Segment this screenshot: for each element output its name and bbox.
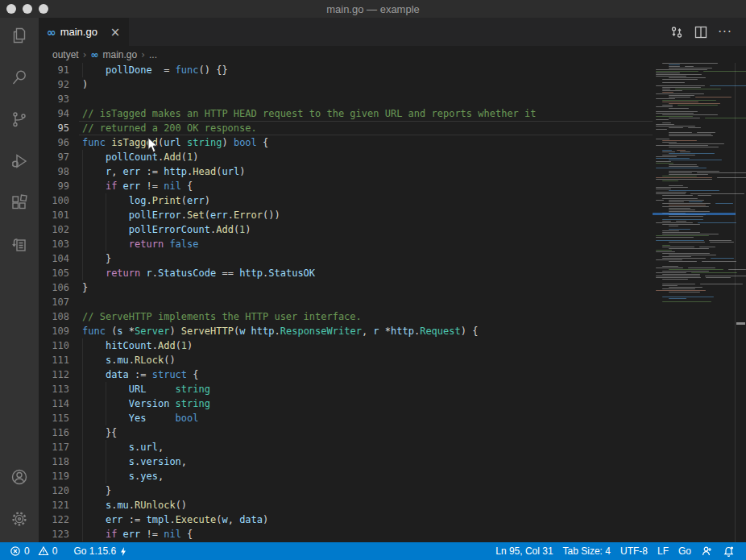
code-line[interactable]: 100 log.Print(err) (39, 193, 746, 208)
close-tab-icon[interactable]: × (109, 25, 122, 39)
tab-label: main.go (60, 26, 97, 38)
code-line[interactable]: 115 Yes bool (39, 411, 746, 425)
minimap-line (669, 66, 680, 67)
code-line[interactable]: 121 s.mu.RUnlock() (39, 498, 746, 512)
code-line[interactable]: 111 s.mu.RLock() (39, 353, 746, 367)
minimap-line (656, 158, 690, 159)
minimap-line (709, 240, 731, 241)
code-line[interactable]: 108// ServeHTTP implements the HTTP user… (39, 309, 746, 324)
breadcrumb-item-file[interactable]: main.go (103, 49, 138, 60)
code-line[interactable]: 95// returned a 200 OK response. (39, 121, 746, 135)
minimap-line (656, 192, 686, 193)
code-line[interactable]: 109func (s *Server) ServeHTTP(w http.Res… (39, 324, 746, 338)
extensions-button[interactable] (0, 185, 39, 221)
code-line[interactable]: 119 s.yes, (39, 469, 746, 483)
minimap-line (656, 116, 693, 117)
language-mode-status[interactable]: Go (673, 542, 696, 560)
minimap-line (662, 274, 700, 275)
indent-guide (106, 382, 106, 396)
accounts-button[interactable] (0, 459, 39, 495)
code-line[interactable]: 116 }{ (39, 425, 746, 440)
code-line[interactable]: 103 return false (39, 237, 746, 251)
indent-guide (82, 425, 83, 440)
code-line[interactable]: 106} (39, 280, 746, 295)
minimap-line (669, 64, 680, 65)
eol-label: LF (657, 545, 669, 557)
minimap[interactable] (653, 63, 736, 542)
minimap-line (715, 203, 733, 204)
code-line[interactable]: 94// isTagged makes an HTTP HEAD request… (39, 106, 746, 121)
code-text: func isTagged(url string) bool { (82, 135, 268, 150)
source-control-button[interactable] (0, 102, 39, 137)
error-count: 0 (24, 545, 30, 557)
minimap-line (669, 261, 697, 262)
minimap-line (669, 108, 689, 109)
encoding-status[interactable]: UTF-8 (615, 542, 653, 560)
close-window-button[interactable] (6, 4, 16, 14)
tab-main-go[interactable]: ∞ main.go × (39, 18, 129, 46)
code-line[interactable]: 122 err := tmpl.Execute(w, data) (39, 512, 746, 527)
code-line[interactable]: 118 s.version, (39, 454, 746, 469)
code-line[interactable]: 101 pollError.Set(err.Error()) (39, 208, 746, 222)
code-line[interactable]: 92) (39, 77, 746, 92)
settings-button[interactable] (0, 501, 39, 537)
code-line[interactable]: 91 pollDone = func() {} (39, 63, 746, 77)
go-file-icon: ∞ (91, 49, 99, 60)
code-line[interactable]: 105 return r.StatusCode == http.StatusOK (39, 266, 746, 280)
feedback-button[interactable] (696, 542, 718, 560)
code-text: s.url, (82, 440, 164, 454)
indentation-status[interactable]: Tab Size: 4 (558, 542, 615, 560)
overview-ruler[interactable] (735, 63, 746, 542)
code-line[interactable]: 107 (39, 295, 746, 309)
cursor-position-status[interactable]: Ln 95, Col 31 (491, 542, 557, 560)
code-line[interactable]: 114 Version string (39, 396, 746, 411)
minimap-line (656, 237, 694, 238)
split-editor-button[interactable] (693, 24, 709, 40)
code-text: // returned a 200 OK response. (82, 121, 257, 135)
indent-guide (82, 469, 83, 483)
minimap-line (656, 163, 673, 164)
line-number: 102 (39, 222, 82, 237)
open-changes-button[interactable] (669, 24, 685, 40)
more-actions-button[interactable]: ··· (717, 24, 733, 40)
minimap-line (662, 247, 694, 247)
minimap-line (656, 250, 672, 251)
problems-status[interactable]: 0 0 (5, 542, 62, 560)
code-line[interactable]: 117 s.url, (39, 440, 746, 454)
code-editor[interactable]: 91 pollDone = func() {}92)9394// isTagge… (39, 63, 746, 542)
minimap-line (662, 122, 671, 123)
code-line[interactable]: 96func isTagged(url string) bool { (39, 135, 746, 150)
minimap-line (669, 95, 694, 96)
code-line[interactable]: 112 data := struct { (39, 367, 746, 382)
go-version-status[interactable]: Go 1.15.6 (68, 542, 132, 560)
code-line[interactable]: 110 hitCount.Add(1) (39, 338, 746, 353)
references-button[interactable] (0, 227, 39, 263)
breadcrumb-item-folder[interactable]: outyet (52, 49, 79, 60)
code-line[interactable]: 93 (39, 92, 746, 106)
code-line[interactable]: 123 if err != nil { (39, 527, 746, 541)
code-text: // ServeHTTP implements the HTTP user in… (82, 309, 362, 324)
code-line[interactable]: 113 URL string (39, 382, 746, 396)
breadcrumb: outyet › ∞ main.go › ... (39, 46, 746, 63)
maximize-window-button[interactable] (39, 4, 48, 14)
minimap-line (656, 177, 712, 178)
minimap-line (656, 119, 669, 120)
code-line[interactable]: 104 } (39, 251, 746, 266)
minimap-line (669, 287, 702, 288)
code-line[interactable]: 98 r, err := http.Head(url) (39, 164, 746, 179)
run-debug-button[interactable] (0, 143, 39, 179)
minimap-line (662, 245, 670, 246)
minimap-line (656, 69, 707, 70)
minimap-line (669, 153, 715, 154)
code-line[interactable]: 120 } (39, 483, 746, 498)
eol-status[interactable]: LF (653, 542, 673, 560)
search-button[interactable] (0, 60, 39, 95)
code-line[interactable]: 99 if err != nil { (39, 179, 746, 193)
minimize-window-button[interactable] (23, 4, 32, 14)
notifications-button[interactable] (718, 542, 740, 560)
code-line[interactable]: 97 pollCount.Add(1) (39, 150, 746, 164)
breadcrumb-item-symbol[interactable]: ... (149, 49, 157, 60)
explorer-button[interactable] (0, 18, 39, 53)
minimap-line (662, 140, 697, 141)
code-line[interactable]: 102 pollErrorCount.Add(1) (39, 222, 746, 237)
